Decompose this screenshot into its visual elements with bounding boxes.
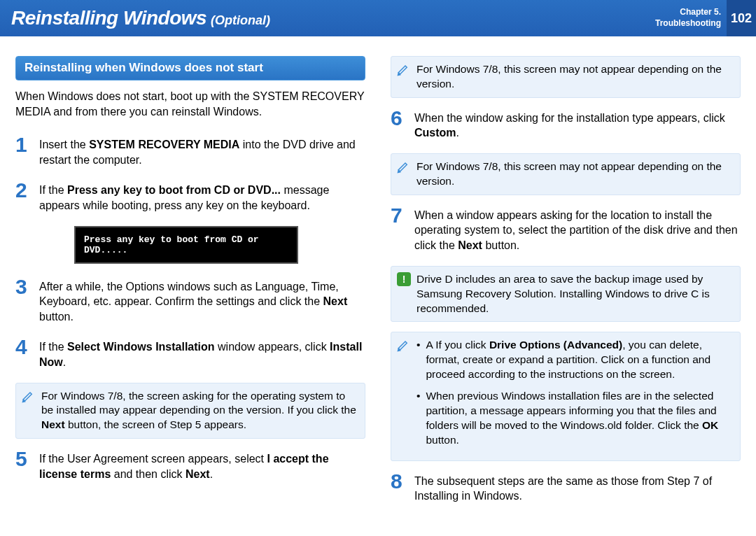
content-area: Reinstalling when Windows does not start… (0, 36, 756, 516)
chapter-name: Troubleshooting (655, 18, 721, 29)
intro-text: When Windows does not start, boot up wit… (15, 89, 365, 119)
note-text: For Windows 7/8, this screen may not app… (416, 62, 733, 92)
step-text: If the User Agreement screen appears, se… (39, 449, 365, 481)
step-6: 6 When the window asking for the install… (391, 108, 741, 141)
right-column: For Windows 7/8, this screen may not app… (391, 56, 741, 516)
page-number-badge: 102 (727, 0, 756, 36)
section-header: Reinstalling when Windows does not start (15, 56, 365, 80)
step-number: 5 (15, 449, 31, 481)
note-text: For Windows 7/8, this screen may not app… (416, 160, 733, 189)
step-number: 7 (391, 205, 406, 253)
info-note: For Windows 7/8, this screen may not app… (391, 56, 741, 98)
step-text: The subsequent steps are the same as tho… (414, 471, 741, 504)
step-5: 5 If the User Agreement screen appears, … (15, 449, 365, 481)
note-icon (397, 338, 411, 454)
page-header: Reinstalling Windows (Optional) Chapter … (0, 0, 756, 36)
note-icon (397, 160, 411, 189)
bullet-item: • When previous Windows installation fil… (416, 389, 733, 448)
step-number: 2 (15, 180, 31, 213)
warning-note: ! Drive D includes an area to save the b… (391, 266, 741, 323)
info-note: For Windows 7/8, this screen may not app… (391, 153, 741, 195)
chapter-label: Chapter 5. Troubleshooting (655, 7, 727, 29)
note-text: • A If you click Drive Options (Advanced… (416, 338, 733, 454)
page-title: Reinstalling Windows (11, 7, 206, 29)
step-number: 4 (15, 337, 31, 369)
chapter-number: Chapter 5. (655, 7, 721, 18)
step-8: 8 The subsequent steps are the same as t… (391, 471, 741, 504)
step-1: 1 Insert the SYSTEM RECOVERY MEDIA into … (15, 134, 365, 167)
step-number: 6 (391, 108, 406, 141)
header-meta: Chapter 5. Troubleshooting 102 (655, 0, 756, 36)
step-text: After a while, the Options windows such … (39, 276, 365, 325)
note-text: Drive D includes an area to save the bac… (416, 272, 733, 316)
bullet-item: • A If you click Drive Options (Advanced… (416, 338, 733, 382)
header-title-group: Reinstalling Windows (Optional) (11, 7, 270, 29)
note-icon (22, 389, 36, 433)
step-text: If the Select Windows Installation windo… (39, 337, 365, 369)
step-text: Insert the SYSTEM RECOVERY MEDIA into th… (39, 134, 365, 167)
note-text: For Windows 7/8, the screen asking for t… (41, 389, 358, 433)
note-icon (397, 62, 411, 92)
step-text: When the window asking for the installat… (414, 108, 741, 141)
info-note: For Windows 7/8, the screen asking for t… (15, 383, 365, 439)
left-column: Reinstalling when Windows does not start… (15, 56, 365, 516)
step-4: 4 If the Select Windows Installation win… (15, 337, 365, 369)
step-number: 1 (15, 134, 31, 167)
step-3: 3 After a while, the Options windows suc… (15, 276, 365, 325)
info-note: • A If you click Drive Options (Advanced… (391, 332, 741, 460)
alert-icon: ! (397, 272, 411, 286)
step-2: 2 If the Press any key to boot from CD o… (15, 180, 365, 213)
bios-screenshot: Press any key to boot from CD or DVD....… (74, 226, 298, 264)
step-7: 7 When a window appears asking for the l… (391, 205, 741, 253)
step-text: When a window appears asking for the loc… (414, 205, 741, 253)
step-text: If the Press any key to boot from CD or … (39, 180, 365, 213)
step-number: 3 (15, 276, 31, 325)
page-subtitle: (Optional) (211, 13, 270, 28)
step-number: 8 (391, 471, 406, 504)
